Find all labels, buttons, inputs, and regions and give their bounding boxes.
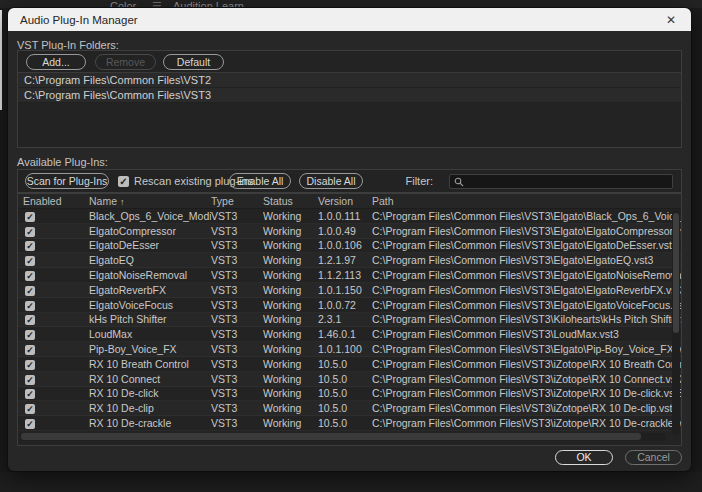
row-enabled-checkbox[interactable]: ✓ (25, 271, 35, 281)
row-enabled-checkbox[interactable]: ✓ (25, 227, 35, 237)
plugin-name: ElgatoEQ (89, 254, 211, 266)
plugin-name: ElgatoCompressor (89, 225, 211, 237)
available-plugins-label: Available Plug-Ins: (17, 156, 108, 168)
plugin-status: Working (263, 313, 318, 325)
background-workspace-tab: Color (110, 0, 136, 8)
filter-input[interactable] (449, 174, 673, 189)
dialog-titlebar[interactable]: Audio Plug-In Manager ✕ (8, 8, 691, 31)
row-enabled-checkbox[interactable]: ✓ (25, 330, 35, 340)
plugin-version: 1.0.0.111 (318, 210, 372, 222)
table-row[interactable]: ✓ ElgatoDeEsser VST3 Working 1.0.0.106 C… (18, 239, 681, 254)
plugin-status: Working (263, 239, 318, 251)
plugin-status: Working (263, 225, 318, 237)
table-row[interactable]: ✓ Black_Ops_6_Voice_Modifier-1 VST3 Work… (18, 209, 681, 224)
plugin-version: 10.5.0 (318, 417, 372, 429)
scan-for-plugins-button[interactable]: Scan for Plug-Ins (25, 173, 109, 189)
plugin-path: C:\Program Files\Common Files\VST3\Elgat… (372, 254, 681, 266)
row-enabled-checkbox[interactable]: ✓ (25, 419, 35, 429)
plugin-name: RX 10 De-crackle (89, 417, 211, 429)
plugin-path: C:\Program Files\Common Files\VST3\Elgat… (372, 210, 681, 222)
plugin-version: 1.1.2.113 (318, 269, 372, 281)
default-folder-button[interactable]: Default (163, 54, 224, 70)
row-enabled-checkbox[interactable]: ✓ (25, 301, 35, 311)
plugin-version: 1.0.0.106 (318, 239, 372, 251)
table-row[interactable]: ✓ ElgatoNoiseRemoval VST3 Working 1.1.2.… (18, 268, 681, 283)
table-row[interactable]: ✓ LoudMax VST3 Working 1.46.0.1 C:\Progr… (18, 327, 681, 342)
vst-folders-panel: Add... Remove Default C:\Program Files\C… (17, 50, 682, 148)
plugin-path: C:\Program Files\Common Files\VST3\Elgat… (372, 299, 681, 311)
plugin-status: Working (263, 402, 318, 414)
plugin-type: VST3 (211, 387, 263, 399)
row-enabled-checkbox[interactable]: ✓ (25, 256, 35, 266)
row-enabled-checkbox[interactable]: ✓ (25, 286, 35, 296)
plugin-type: VST3 (211, 328, 263, 340)
plugin-name: RX 10 Breath Control (89, 358, 211, 370)
plugins-table: Enabled Name ↑ Type Status Version Path … (17, 193, 682, 446)
column-header-enabled[interactable]: Enabled (23, 195, 89, 207)
background-window-edge (0, 10, 2, 110)
plugin-path: C:\Program Files\Common Files\VST3\LoudM… (372, 328, 681, 340)
table-row[interactable]: ✓ ElgatoVoiceFocus VST3 Working 1.0.0.72… (18, 298, 681, 313)
table-row[interactable]: ✓ kHs Pitch Shifter VST3 Working 2.3.1 C… (18, 313, 681, 328)
plugin-version: 10.5.0 (318, 387, 372, 399)
vertical-scrollbar-thumb[interactable] (673, 213, 679, 333)
table-header-row: Enabled Name ↑ Type Status Version Path (18, 194, 681, 209)
horizontal-scrollbar-thumb[interactable] (21, 433, 641, 440)
plugin-version: 10.5.0 (318, 402, 372, 414)
table-row[interactable]: ✓ RX 10 De-crackle VST3 Working 10.5.0 C… (18, 416, 681, 431)
plugin-version: 10.5.0 (318, 358, 372, 370)
column-header-path[interactable]: Path (372, 195, 681, 207)
row-enabled-checkbox[interactable]: ✓ (25, 345, 35, 355)
column-header-version[interactable]: Version (318, 195, 372, 207)
table-row[interactable]: ✓ Pip-Boy_Voice_FX VST3 Working 1.0.1.10… (18, 342, 681, 357)
plugin-version: 2.3.1 (318, 313, 372, 325)
row-enabled-checkbox[interactable]: ✓ (25, 375, 35, 385)
folder-path-row[interactable]: C:\Program Files\Common Files\VST3 (18, 88, 681, 103)
rescan-checkbox[interactable]: ✓ (118, 176, 129, 187)
plugin-type: VST3 (211, 373, 263, 385)
row-enabled-checkbox[interactable]: ✓ (25, 315, 35, 325)
row-enabled-checkbox[interactable]: ✓ (25, 241, 35, 251)
plugin-status: Working (263, 328, 318, 340)
disable-all-button[interactable]: Disable All (299, 173, 363, 189)
close-icon[interactable]: ✕ (663, 12, 679, 28)
column-header-type[interactable]: Type (211, 195, 263, 207)
row-enabled-checkbox[interactable]: ✓ (25, 389, 35, 399)
row-enabled-checkbox[interactable]: ✓ (25, 404, 35, 414)
plugin-type: VST3 (211, 343, 263, 355)
plugin-type: VST3 (211, 254, 263, 266)
plugin-name: LoudMax (89, 328, 211, 340)
plugin-path: C:\Program Files\Common Files\VST3\iZoto… (372, 358, 681, 370)
plugin-version: 1.2.1.97 (318, 254, 372, 266)
table-row[interactable]: ✓ RX 10 De-click VST3 Working 10.5.0 C:\… (18, 387, 681, 402)
table-row[interactable]: ✓ RX 10 De-clip VST3 Working 10.5.0 C:\P… (18, 401, 681, 416)
folder-path-row[interactable]: C:\Program Files\Common Files\VST2 (18, 73, 681, 88)
background-app-strip: Color ☰ Audition Learn (0, 0, 702, 8)
plugin-status: Working (263, 299, 318, 311)
column-header-status[interactable]: Status (263, 195, 318, 207)
background-app-bottom (0, 472, 702, 492)
row-enabled-checkbox[interactable]: ✓ (25, 212, 35, 222)
table-row[interactable]: ✓ ElgatoCompressor VST3 Working 1.0.0.49… (18, 224, 681, 239)
plugin-path: C:\Program Files\Common Files\VST3\Elgat… (372, 269, 681, 281)
plugin-version: 1.0.1.100 (318, 343, 372, 355)
plugin-name: RX 10 De-click (89, 387, 211, 399)
search-icon (454, 177, 464, 187)
plugin-name: ElgatoDeEsser (89, 239, 211, 251)
row-enabled-checkbox[interactable]: ✓ (25, 360, 35, 370)
ok-button[interactable]: OK (555, 450, 613, 465)
column-header-name[interactable]: Name ↑ (89, 195, 211, 207)
cancel-button[interactable]: Cancel (625, 450, 682, 465)
add-folder-button[interactable]: Add... (26, 54, 86, 70)
table-row[interactable]: ✓ ElgatoReverbFX VST3 Working 1.0.1.150 … (18, 283, 681, 298)
plugin-status: Working (263, 387, 318, 399)
enable-all-button[interactable]: Enable All (229, 173, 291, 189)
table-row[interactable]: ✓ RX 10 Connect VST3 Working 10.5.0 C:\P… (18, 372, 681, 387)
filter-label: Filter: (398, 175, 433, 187)
plugin-path: C:\Program Files\Common Files\VST3\Kiloh… (372, 313, 681, 325)
table-row[interactable]: ✓ RX 10 Breath Control VST3 Working 10.5… (18, 357, 681, 372)
plugin-status: Working (263, 269, 318, 281)
table-row[interactable]: ✓ ElgatoEQ VST3 Working 1.2.1.97 C:\Prog… (18, 253, 681, 268)
plugins-toolbar: Scan for Plug-Ins ✓ Rescan existing plug… (17, 169, 682, 193)
folders-toolbar: Add... Remove Default (18, 51, 681, 73)
